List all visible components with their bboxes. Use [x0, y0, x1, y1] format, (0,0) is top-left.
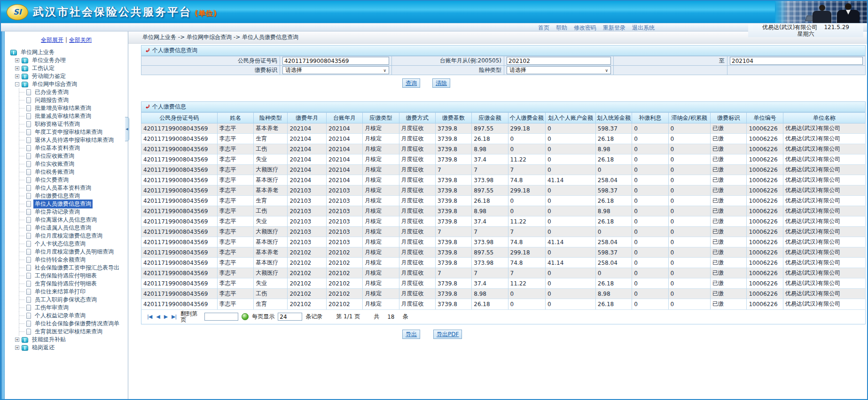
collapse-all-link[interactable]: 全部关闭	[69, 37, 92, 43]
export-pdf-button[interactable]: 导出PDF	[433, 330, 462, 339]
document-icon	[26, 273, 31, 279]
app-header: SI 武汉市社会保险公共服务平台(单位)	[1, 1, 867, 23]
table-cell: 258.04	[595, 237, 632, 247]
table-cell: 3739.8	[435, 134, 471, 144]
sidebar-item[interactable]: 批量减员审核结果查询	[5, 112, 128, 120]
sidebar-item[interactable]: 单位往来结算单打印	[5, 288, 128, 296]
query-button[interactable]: 查询	[402, 78, 420, 88]
sidebar-item[interactable]: 工伤保险待遇应付明细表	[5, 272, 128, 280]
table-cell: 420117199008043569	[141, 154, 218, 165]
pay-flag-select[interactable]: 请选择 ∨	[282, 66, 389, 74]
document-icon	[26, 177, 31, 183]
sidebar-item[interactable]: 个人权益记录单查询	[5, 312, 128, 320]
table-row: 420117199008043569李志平大额医疗202102202102月核定…	[141, 268, 866, 278]
last-page-icon[interactable]: ▶|	[172, 314, 176, 320]
expand-all-link[interactable]: 全部展开	[41, 37, 63, 43]
sidebar-item-label[interactable]: 稳岗返还	[31, 343, 56, 352]
sidebar-item[interactable]: 单位离退休人员信息查询	[5, 216, 128, 224]
sidebar-item[interactable]: 社会保险缴费工资申报汇总表导出	[5, 264, 128, 272]
sidebar-branch[interactable]: +工伤认定	[5, 64, 128, 72]
table-cell: 10006226	[747, 196, 783, 206]
table-row: 420117199008043569李志平生育202104202104月核定月度…	[141, 134, 866, 144]
collapse-node-icon[interactable]: -	[15, 82, 19, 86]
nav-link-help[interactable]: 帮助	[556, 24, 567, 32]
expand-node-icon[interactable]: +	[15, 74, 19, 78]
page: SI 武汉市社会保险公共服务平台(单位) 首页帮助修改密码重新登录退出系统 优易…	[0, 0, 868, 400]
go-page-button[interactable]	[242, 313, 249, 320]
sidebar-item[interactable]: 工伤年审查询	[5, 304, 128, 312]
sidebar-item[interactable]: 单位实收账查询	[5, 160, 128, 168]
next-page-icon[interactable]: ▶	[164, 314, 167, 320]
export-button[interactable]: 导出	[402, 330, 420, 339]
expand-node-icon[interactable]: +	[15, 66, 19, 70]
sidebar-item[interactable]: 单位社会保险参保缴费情况查询单	[5, 320, 128, 328]
sidebar-item[interactable]: 单位税务账查询	[5, 168, 128, 176]
pay-flag-value: 请选择	[285, 66, 302, 74]
sidebar-item[interactable]: 职称资格证书查询	[5, 120, 128, 128]
top-navbar: 首页帮助修改密码重新登录退出系统 优易达(武汉)有限公司 121.5.29 星期…	[1, 23, 867, 31]
nav-link-home[interactable]: 首页	[538, 24, 549, 32]
folder-icon	[22, 82, 28, 87]
sidebar-branch[interactable]: +单位业务办理	[5, 56, 128, 64]
table-cell: 0	[632, 123, 668, 134]
prev-page-icon[interactable]: ◀	[156, 314, 159, 320]
column-header: 台账年月	[326, 113, 362, 123]
nav-link-change-password[interactable]: 修改密码	[574, 24, 596, 32]
sidebar-item[interactable]: 单位月度核定缴费人员明细查询	[5, 248, 128, 256]
goto-page-input[interactable]	[204, 313, 238, 321]
column-header: 缴费年月	[288, 113, 326, 123]
sidebar-item[interactable]: 年度工资申报审核结果查询	[5, 128, 128, 136]
sidebar-item[interactable]: 单位月度核定缴费信息查询	[5, 232, 128, 240]
table-cell: 897.55	[472, 185, 508, 196]
sidebar-item[interactable]: 单位应收账查询	[5, 152, 128, 160]
sidebar-collapse-handle[interactable]: ◀	[125, 117, 129, 141]
sidebar-branch[interactable]: +稳岗返还	[5, 344, 128, 352]
sidebar-item[interactable]: 个人卡状态信息查询	[5, 240, 128, 248]
sidebar-item[interactable]: 生育就医登记审核结果查询	[5, 328, 128, 336]
sidebar-item[interactable]: 员工入职前参保状态查询	[5, 296, 128, 304]
first-page-icon[interactable]: |◀	[147, 314, 152, 320]
insurance-type-value: 请选择	[509, 66, 526, 74]
per-page-input[interactable]	[278, 313, 302, 321]
document-icon	[26, 289, 31, 295]
sidebar-item[interactable]: 退休人员待遇申报审核结果查询	[5, 136, 128, 144]
sidebar-item[interactable]: 批量增员审核结果查询	[5, 104, 128, 112]
sidebar-branch[interactable]: +劳动能力鉴定	[5, 72, 128, 80]
table-cell: 李志平	[217, 258, 253, 268]
period-from-input[interactable]	[507, 57, 611, 65]
table-cell: 202102	[326, 278, 362, 289]
id-number-input[interactable]	[282, 57, 389, 65]
sidebar-item[interactable]: 单位缴费信息查询	[5, 192, 128, 200]
chevron-down-icon: ∨	[383, 68, 386, 73]
table-cell: 月度征收	[399, 237, 435, 247]
sidebar: 全部展开|全部关闭 单位网上业务+单位业务办理+工伤认定+劳动能力鉴定-单位网申…	[5, 31, 128, 399]
table-cell: 0	[545, 206, 595, 216]
clear-button[interactable]: 清除	[432, 78, 450, 88]
sidebar-item[interactable]: 单位人员缴费信息查询	[5, 200, 128, 208]
period-to-label: 至	[614, 56, 727, 66]
sidebar-item[interactable]: 生育保险待遇应付明细表	[5, 280, 128, 288]
sidebar-root[interactable]: 单位网上业务	[5, 48, 128, 56]
sidebar-item[interactable]: 单位异动记录查询	[5, 208, 128, 216]
expand-node-icon[interactable]: +	[15, 346, 19, 350]
sidebar-branch[interactable]: -单位网申综合查询	[5, 80, 128, 88]
sidebar-item[interactable]: 单位人员基本资料查询	[5, 184, 128, 192]
sidebar-branch[interactable]: +技能提升补贴	[5, 336, 128, 344]
table-row: 420117199008043569李志平基本医疗202103202103月核定…	[141, 237, 866, 247]
table-cell: 优易达(武汉)有限公司	[783, 289, 865, 299]
sidebar-item[interactable]: 单位待转金余额查询	[5, 256, 128, 264]
sidebar-item[interactable]: 单位欠费查询	[5, 176, 128, 184]
period-to-input[interactable]	[730, 57, 863, 65]
sidebar-item[interactable]: 问题报告查询	[5, 96, 128, 104]
expand-node-icon[interactable]: +	[15, 338, 19, 342]
sidebar-item[interactable]: 已办业务查询	[5, 88, 128, 96]
document-icon	[26, 113, 31, 119]
table-cell: 已缴	[711, 154, 747, 165]
sidebar-item[interactable]: 单位基本资料查询	[5, 144, 128, 152]
nav-link-logout[interactable]: 退出系统	[632, 24, 655, 32]
insurance-type-select[interactable]: 请选择 ∨	[507, 66, 611, 74]
nav-link-relogin[interactable]: 重新登录	[603, 24, 626, 32]
sidebar-item[interactable]: 单位遗属人员信息查询	[5, 224, 128, 232]
document-icon	[26, 105, 31, 111]
expand-node-icon[interactable]: +	[15, 58, 19, 62]
